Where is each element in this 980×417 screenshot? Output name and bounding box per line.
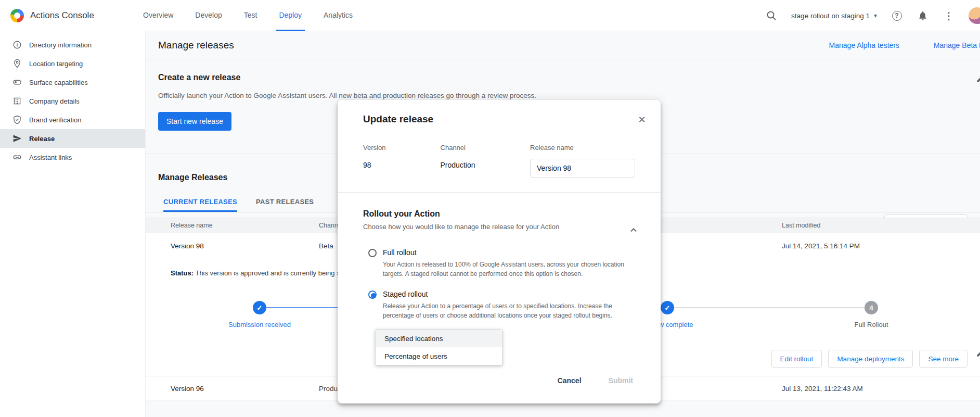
- brand: Actions Console: [10, 0, 94, 31]
- sidebar-label: Brand verification: [29, 116, 81, 124]
- rollout-type-menu: Specified locations Percentage of users: [375, 329, 502, 365]
- version-value: 98: [363, 161, 441, 169]
- submit-button[interactable]: Submit: [607, 371, 635, 390]
- header-actions: stage rollout on staging 1 ▾ ? ⋮: [765, 0, 980, 31]
- radio-full-rollout[interactable]: Full rollout Your Action is released to …: [363, 248, 635, 279]
- nav-tab-analytics[interactable]: Analytics: [323, 0, 354, 31]
- create-release-description: Officially launch your Action to Google …: [158, 92, 626, 99]
- tab-past-releases[interactable]: PAST RELEASES: [256, 198, 314, 212]
- stepper-line-pending: [674, 307, 865, 308]
- release-name-label: Release name: [530, 144, 635, 151]
- dialog-footer: Cancel Submit: [338, 371, 661, 403]
- edit-rollout-button[interactable]: Edit rollout: [771, 350, 822, 368]
- building-icon: [12, 96, 22, 106]
- manage-deployments-button[interactable]: Manage deployments: [828, 350, 913, 368]
- notifications-icon[interactable]: [917, 9, 929, 22]
- release-name-cell: Version 96: [171, 384, 204, 392]
- sidebar-label: Location targeting: [29, 60, 83, 68]
- close-icon[interactable]: ✕: [635, 112, 649, 127]
- info-icon: [12, 40, 22, 49]
- chevron-up-icon[interactable]: [626, 223, 641, 237]
- toggle-icon: [12, 78, 22, 87]
- sidebar-item-directory-information[interactable]: Directory information: [0, 35, 145, 54]
- release-icon: [12, 134, 22, 143]
- sidebar-item-location-targeting[interactable]: Location targeting: [0, 54, 145, 73]
- nav-tab-test[interactable]: Test: [243, 0, 259, 31]
- help-glyph: ?: [895, 12, 898, 19]
- column-release-name: Release name: [171, 222, 213, 229]
- rollout-subtitle: Choose how you would like to manage the …: [363, 223, 635, 231]
- update-release-dialog: Update release ✕ Version 98 Channel Prod…: [338, 100, 661, 403]
- sidebar-item-assistant-links[interactable]: Assistant links: [0, 148, 145, 167]
- channel-label: Channel: [441, 144, 530, 151]
- more-options-icon[interactable]: ⋮: [943, 9, 955, 22]
- manage-alpha-testers-link[interactable]: Manage Alpha testers: [829, 41, 899, 49]
- release-fields: Version 98 Channel Production Release na…: [363, 144, 635, 178]
- edit-icon[interactable]: [976, 348, 980, 358]
- radio-label: Staged rollout: [383, 290, 627, 298]
- sidebar-label: Assistant links: [29, 154, 72, 161]
- rollout-title: Rollout your Action: [363, 209, 635, 219]
- help-icon[interactable]: ?: [891, 9, 903, 22]
- step-check-icon: ✓: [661, 301, 674, 314]
- sidebar-item-release[interactable]: Release: [0, 129, 145, 148]
- edit-icon[interactable]: [976, 74, 980, 83]
- nav-tab-deploy[interactable]: Deploy: [278, 0, 303, 31]
- last-modified-cell: Jul 13, 2021, 11:22:43 AM: [782, 384, 863, 392]
- nav-tab-overview[interactable]: Overview: [142, 0, 174, 31]
- radio-selected-icon: [368, 290, 377, 299]
- create-release-title: Create a new release: [158, 59, 968, 82]
- sidebar-label: Release: [29, 135, 55, 143]
- location-pin-icon: [12, 59, 22, 68]
- sidebar-label: Surface capabilities: [29, 79, 88, 86]
- rollout-section: Rollout your Action Choose how you would…: [338, 209, 661, 320]
- main-nav: Overview Develop Test Deploy Analytics: [142, 0, 373, 31]
- release-name-input[interactable]: [530, 159, 635, 178]
- radio-description: Your Action is released to 100% of Googl…: [383, 260, 627, 279]
- link-icon: [12, 153, 22, 162]
- avatar[interactable]: [969, 7, 980, 24]
- sidebar-label: Company details: [29, 97, 80, 105]
- sidebar-item-surface-capabilities[interactable]: Surface capabilities: [0, 73, 145, 92]
- radio-unselected-icon: [368, 249, 377, 257]
- version-label: Version: [363, 144, 441, 151]
- step-number-badge: 4: [865, 301, 878, 314]
- release-name-cell: Version 98: [171, 242, 204, 249]
- manage-beta-testers-link[interactable]: Manage Beta testers: [934, 41, 980, 49]
- sidebar-item-brand-verification[interactable]: Brand verification: [0, 110, 145, 129]
- page-header: Manage releases Manage Alpha testers Man…: [146, 31, 980, 59]
- project-selector-label: stage rollout on staging 1: [791, 12, 870, 20]
- page-title: Manage releases: [158, 40, 234, 51]
- dialog-title: Update release: [363, 113, 635, 125]
- radio-description: Release your Action to a percentage of u…: [383, 301, 627, 320]
- step-check-icon: ✓: [253, 301, 266, 314]
- channel-value: Production: [441, 161, 530, 169]
- sidebar: Directory information Location targeting…: [0, 31, 146, 417]
- last-modified-cell: Jul 14, 2021, 5:16:14 PM: [782, 242, 860, 249]
- sidebar-item-company-details[interactable]: Company details: [0, 92, 145, 110]
- column-last-modified: Last modified: [782, 222, 820, 229]
- start-new-release-button[interactable]: Start new release: [158, 112, 231, 131]
- step-label-submission-received: Submission received: [202, 321, 317, 328]
- actions-console-app: Actions Console Overview Develop Test De…: [0, 0, 980, 417]
- actions-on-google-logo-icon: [10, 9, 24, 22]
- app-title: Actions Console: [30, 10, 94, 21]
- see-more-button[interactable]: See more: [919, 350, 968, 368]
- radio-label: Full rollout: [383, 248, 627, 257]
- step-label-full-rollout: Full Rollout: [814, 321, 929, 328]
- radio-staged-rollout[interactable]: Staged rollout Release your Action to a …: [363, 290, 635, 320]
- menu-item-specified-locations[interactable]: Specified locations: [376, 330, 502, 347]
- channel-cell: Beta: [319, 242, 333, 249]
- sidebar-label: Directory information: [29, 41, 92, 49]
- project-selector[interactable]: stage rollout on staging 1 ▾: [791, 12, 877, 20]
- chevron-down-icon: ▾: [874, 12, 877, 19]
- nav-tab-develop[interactable]: Develop: [194, 0, 223, 31]
- top-header: Actions Console Overview Develop Test De…: [0, 0, 980, 31]
- status-label: Status:: [171, 269, 194, 277]
- tab-current-releases[interactable]: CURRENT RELEASES: [163, 198, 237, 212]
- cancel-button[interactable]: Cancel: [556, 371, 584, 390]
- shield-check-icon: [12, 115, 22, 124]
- search-icon[interactable]: [765, 9, 778, 22]
- menu-item-percentage-of-users[interactable]: Percentage of users: [376, 347, 502, 365]
- dialog-divider: [338, 192, 661, 193]
